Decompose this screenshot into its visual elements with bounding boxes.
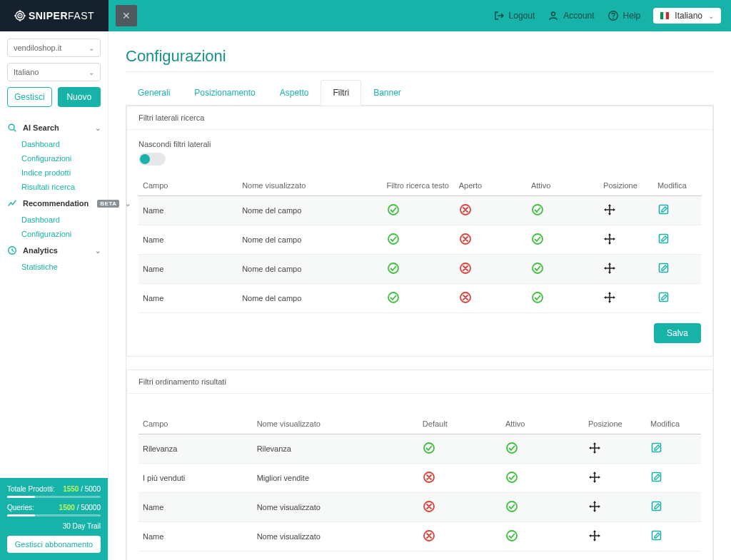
target-icon [14, 10, 26, 21]
move-icon[interactable] [603, 262, 616, 275]
queries-value: 1500 [59, 504, 75, 511]
cell-campo: Name [138, 255, 238, 284]
cell-campo: Name [138, 225, 238, 255]
help-label: Help [623, 11, 641, 21]
nav-item-dashboard[interactable]: Dashboard [0, 137, 108, 151]
edit-icon[interactable] [657, 291, 670, 304]
edit-icon[interactable] [650, 471, 663, 484]
account-label: Account [563, 11, 594, 21]
products-label: Totale Prodotti: [7, 485, 55, 493]
chevron-down-icon: ⌄ [95, 124, 101, 132]
logo-bold: SNIPER [29, 10, 68, 21]
move-icon[interactable] [603, 203, 616, 216]
move-icon[interactable] [588, 529, 601, 542]
edit-icon[interactable] [657, 262, 670, 275]
help-link[interactable]: Help [608, 10, 641, 21]
check-icon [423, 442, 435, 454]
move-icon[interactable] [603, 233, 616, 245]
card1-title: Filtri laterali ricerca [127, 106, 712, 130]
cell-campo: Rilevanza [138, 434, 253, 464]
table-row: RilevanzaRilevanza [138, 434, 701, 464]
card-lateral-filters: Filtri laterali ricerca Nascondi filtri … [126, 106, 713, 357]
card-sort-filters: Filtri ordinamento risultati CampoNome v… [126, 370, 713, 560]
cell-nome: Nome del campo [238, 284, 382, 313]
chevron-down-icon: ⌄ [89, 68, 94, 76]
th: Nome visualizzato [253, 414, 418, 434]
language-select[interactable]: Italiano ⌄ [653, 8, 721, 24]
products-max: / 5000 [81, 485, 101, 493]
nav-item-dashboard[interactable]: Dashboard [0, 213, 108, 227]
check-icon [531, 233, 544, 245]
nav-item-configurazioni[interactable]: Configurazioni [0, 227, 108, 241]
logout-link[interactable]: Logout [493, 10, 535, 21]
search-icon [7, 123, 17, 133]
nav-item-indice-prodotti[interactable]: Indice prodotti [0, 166, 108, 180]
move-icon[interactable] [588, 500, 601, 513]
chevron-down-icon: ⌄ [708, 12, 714, 20]
nav-item-configurazioni[interactable]: Configurazioni [0, 151, 108, 166]
move-icon[interactable] [588, 442, 601, 454]
edit-icon[interactable] [657, 233, 670, 245]
table-row: NameNome del campo [138, 225, 701, 255]
products-bar [7, 496, 101, 498]
hide-filters-label: Nascondi filtri laterali [138, 140, 701, 148]
logo[interactable]: SNIPERFAST [0, 0, 109, 31]
table-row: I più vendutiMigliori vendite [138, 464, 701, 493]
move-icon[interactable] [603, 291, 616, 304]
check-icon [387, 233, 400, 245]
cell-campo: Name [138, 284, 238, 313]
save-button-1[interactable]: Salva [654, 323, 701, 343]
cell-nome: Nome del campo [238, 225, 382, 255]
check-icon [387, 262, 400, 275]
cell-nome: Nome del campo [238, 255, 382, 284]
queries-label: Queries: [7, 504, 34, 511]
cross-icon [459, 291, 472, 304]
nav-item-risultati-ricerca[interactable]: Risultati ricerca [0, 180, 108, 194]
cell-nome: Migliori vendite [253, 464, 418, 493]
tab-posizionamento[interactable]: Posizionamento [182, 80, 267, 106]
nav-group-recommendation[interactable]: RecommendationBETA⌄ [0, 194, 108, 213]
th: Campo [138, 414, 253, 434]
sidebar-lang-select[interactable]: Italiano ⌄ [7, 63, 101, 81]
edit-icon[interactable] [650, 529, 663, 542]
tab-generali[interactable]: Generali [126, 80, 182, 106]
nav-item-statistiche[interactable]: Statistiche [0, 260, 108, 274]
shop-select[interactable]: vendiloshop.it ⌄ [7, 39, 101, 57]
check-icon [531, 203, 544, 216]
user-icon [548, 10, 559, 21]
cell-nome: Rilevanza [253, 434, 418, 464]
cell-campo: I più venduti [138, 464, 253, 493]
nav-group-analytics[interactable]: Analytics⌄ [0, 241, 108, 260]
edit-icon[interactable] [657, 203, 670, 216]
move-icon[interactable] [588, 471, 601, 484]
edit-icon[interactable] [650, 500, 663, 513]
account-link[interactable]: Account [548, 10, 594, 21]
th: Modifica [653, 175, 701, 196]
sidebar: vendiloshop.it ⌄ Italiano ⌄ Gestisci Nuo… [0, 31, 109, 560]
sort-table: CampoNome visualizzatoDefaultAttivoPosiz… [138, 414, 701, 551]
hide-filters-toggle[interactable] [138, 153, 166, 166]
cross-icon [459, 262, 472, 275]
new-button[interactable]: Nuovo [58, 87, 101, 107]
manage-button[interactable]: Gestisci [7, 87, 52, 107]
cell-campo: Name [138, 522, 253, 551]
subscribe-button[interactable]: Gestisci abbonamento [7, 536, 101, 553]
edit-icon[interactable] [650, 442, 663, 454]
check-icon [387, 203, 400, 216]
tab-filtri[interactable]: Filtri [321, 80, 361, 106]
tabs: GeneraliPosizionamentoAspettoFiltriBanne… [126, 79, 714, 106]
nav-group-label: AI Search [23, 123, 59, 132]
flag-icon [660, 12, 669, 19]
tab-banner[interactable]: Banner [361, 80, 413, 106]
th: Campo [138, 175, 238, 196]
cross-icon [423, 500, 435, 513]
shop-select-value: vendiloshop.it [14, 44, 61, 52]
products-value: 1550 [63, 485, 79, 493]
th: Posizione [584, 414, 646, 434]
nav-group-ai-search[interactable]: AI Search⌄ [0, 118, 108, 137]
help-icon [608, 10, 619, 21]
th: Modifica [646, 414, 701, 434]
collapse-sidebar-button[interactable]: ✕ [116, 5, 137, 26]
tab-aspetto[interactable]: Aspetto [268, 80, 321, 106]
cross-icon [423, 529, 435, 542]
